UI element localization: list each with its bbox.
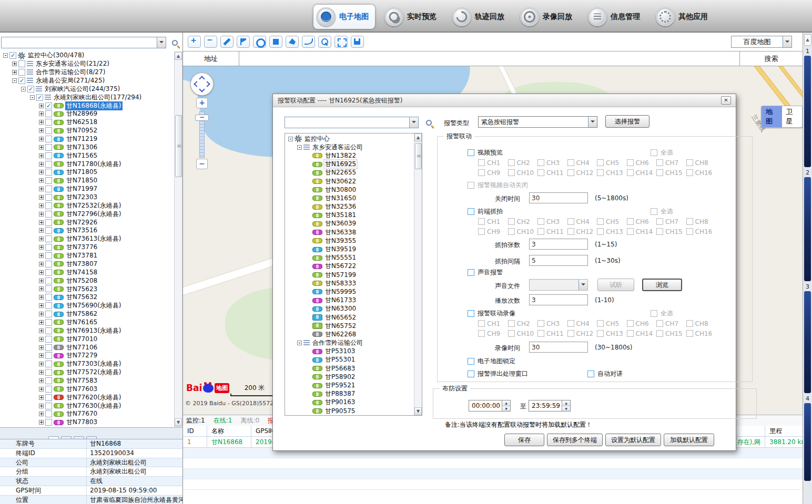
expand-icon[interactable] xyxy=(306,273,311,277)
checkbox[interactable] xyxy=(45,369,52,376)
tree-label[interactable]: 甘N71805 xyxy=(65,168,98,177)
tree-row[interactable]: + 甘N62518 xyxy=(1,118,174,127)
tree-row[interactable]: + 甘N77803 xyxy=(1,418,174,427)
expand-icon[interactable] xyxy=(306,239,311,243)
map-tool-flag[interactable] xyxy=(237,36,250,48)
tree-row[interactable]: 甘N16925 xyxy=(286,160,413,169)
tree-label[interactable]: 甘N75208 xyxy=(65,276,98,285)
tree-label[interactable]: 甘N62518 xyxy=(65,118,98,127)
expand-icon[interactable]: + xyxy=(39,162,44,167)
tree-label[interactable]: 甘N59995 xyxy=(324,287,357,296)
channel-checkbox-item[interactable]: CH8 xyxy=(686,318,716,328)
channel-checkbox[interactable] xyxy=(508,159,515,166)
channel-checkbox[interactable] xyxy=(567,159,574,166)
map-tool-circle[interactable] xyxy=(253,36,266,48)
tree-label[interactable]: 监控中心 xyxy=(303,135,331,143)
layer-map-button[interactable]: 地图 xyxy=(762,106,782,127)
expand-icon[interactable] xyxy=(306,375,311,379)
tree-row[interactable]: 甘P55301 xyxy=(286,356,413,364)
tree-label[interactable]: 甘P88387 xyxy=(324,389,356,398)
tree-row[interactable]: 甘N35181 xyxy=(286,211,413,220)
load-default-button[interactable]: 加载默认配置 xyxy=(664,434,714,446)
checkbox[interactable] xyxy=(18,77,25,84)
checkbox[interactable] xyxy=(36,94,43,101)
channel-checkbox-item[interactable]: CH2 xyxy=(508,217,538,227)
checkbox[interactable] xyxy=(45,277,52,284)
video-pane[interactable]: 1 xyxy=(803,48,812,167)
nav-track[interactable]: 轨迹回放 xyxy=(449,5,511,29)
expand-icon[interactable] xyxy=(306,290,311,294)
expand-icon[interactable]: + xyxy=(39,395,44,400)
tree-label[interactable]: 甘N73781 xyxy=(65,251,98,260)
channel-checkbox-item[interactable]: CH9 xyxy=(478,328,508,338)
channel-checkbox[interactable] xyxy=(597,228,604,235)
map-tool-polyline[interactable] xyxy=(302,36,315,48)
map-tool-zoom-in[interactable] xyxy=(188,36,201,48)
select-all-checkbox[interactable] xyxy=(651,310,657,317)
channel-checkbox-item[interactable]: CH6 xyxy=(627,158,657,168)
expand-icon[interactable] xyxy=(306,400,311,405)
channel-checkbox[interactable] xyxy=(537,320,544,327)
nav-preview[interactable]: 实时预览 xyxy=(381,5,443,29)
channel-checkbox[interactable] xyxy=(656,169,663,176)
video-pane-bar[interactable] xyxy=(804,403,811,481)
channel-checkbox-item[interactable]: CH6 xyxy=(627,217,657,227)
expand-icon[interactable] xyxy=(306,179,311,184)
spin-up-icon[interactable]: ▲ xyxy=(502,400,510,406)
tree-label[interactable]: 甘N73516 xyxy=(65,226,98,235)
channel-checkbox[interactable] xyxy=(627,159,634,166)
video-pane[interactable]: 2 xyxy=(803,169,812,281)
tree-row[interactable]: 甘N62268 xyxy=(286,330,413,338)
snap-count-input[interactable] xyxy=(529,239,588,250)
tree-row[interactable]: + 合作雪羚运输公司(8/27) xyxy=(1,68,174,77)
scroll-up-icon[interactable]: ▲ xyxy=(175,52,182,60)
tree-label[interactable]: 甘N73613(永靖县) xyxy=(65,234,123,243)
tree-label[interactable]: 甘N73807 xyxy=(65,260,98,269)
channel-checkbox[interactable] xyxy=(508,228,515,235)
channel-checkbox[interactable] xyxy=(508,320,515,327)
tree-label[interactable]: 甘N36338 xyxy=(324,228,357,237)
channel-checkbox[interactable] xyxy=(508,330,515,337)
video-pane-bar[interactable] xyxy=(804,177,811,281)
channel-checkbox[interactable] xyxy=(597,159,604,166)
tree-label[interactable]: 甘N74158 xyxy=(65,268,98,277)
save-button[interactable]: 保存 xyxy=(504,434,544,446)
tree-label[interactable]: 甘N28969 xyxy=(65,109,98,118)
linked-record-checkbox[interactable] xyxy=(468,310,474,317)
nav-info[interactable]: 信息管理 xyxy=(585,5,646,29)
channel-checkbox[interactable] xyxy=(597,169,604,176)
channel-checkbox[interactable] xyxy=(597,218,604,225)
channel-checkbox-item[interactable]: CH2 xyxy=(508,158,538,168)
pan-up-icon[interactable] xyxy=(199,76,205,81)
tree-label[interactable]: 甘N71997 xyxy=(65,184,98,193)
expand-icon[interactable]: + xyxy=(39,111,44,116)
expand-icon[interactable]: + xyxy=(39,170,44,174)
expand-icon[interactable]: + xyxy=(39,253,44,258)
dialog-search-combo[interactable] xyxy=(285,117,419,128)
channel-checkbox[interactable] xyxy=(537,330,544,337)
tree-row[interactable]: 甘P58902 xyxy=(286,373,413,381)
tree-label[interactable]: 甘P55301 xyxy=(324,355,356,364)
channel-checkbox-item[interactable]: CH13 xyxy=(597,168,627,178)
expand-icon[interactable]: + xyxy=(39,145,44,150)
tree-row[interactable]: + 甘N77010 xyxy=(1,335,174,343)
channel-checkbox[interactable] xyxy=(597,320,604,327)
channel-checkbox[interactable] xyxy=(686,330,693,337)
tree-row[interactable]: - 东乡安通客运公司 xyxy=(286,143,413,151)
checkbox[interactable] xyxy=(45,110,52,117)
tree-label[interactable]: 甘P58902 xyxy=(324,373,356,382)
browse-button[interactable]: 浏览 xyxy=(642,279,682,291)
expand-icon[interactable]: + xyxy=(39,195,44,200)
tree-row[interactable]: 甘N30800 xyxy=(286,186,413,194)
expand-icon[interactable]: + xyxy=(39,245,44,250)
channel-checkbox[interactable] xyxy=(567,228,574,235)
alarm-type-select[interactable]: 紧急按钮报警 xyxy=(478,116,597,128)
tree-row[interactable]: 甘P53103 xyxy=(286,347,413,356)
snap-interval-input[interactable] xyxy=(529,255,588,266)
tree-label[interactable]: 甘N30622 xyxy=(324,177,357,186)
expand-icon[interactable]: + xyxy=(39,303,44,308)
channel-checkbox-item[interactable]: CH3 xyxy=(537,318,567,328)
select-all-checkbox[interactable] xyxy=(651,149,657,156)
tree-row[interactable]: 甘N22655 xyxy=(286,169,413,177)
channel-checkbox[interactable] xyxy=(627,320,634,327)
